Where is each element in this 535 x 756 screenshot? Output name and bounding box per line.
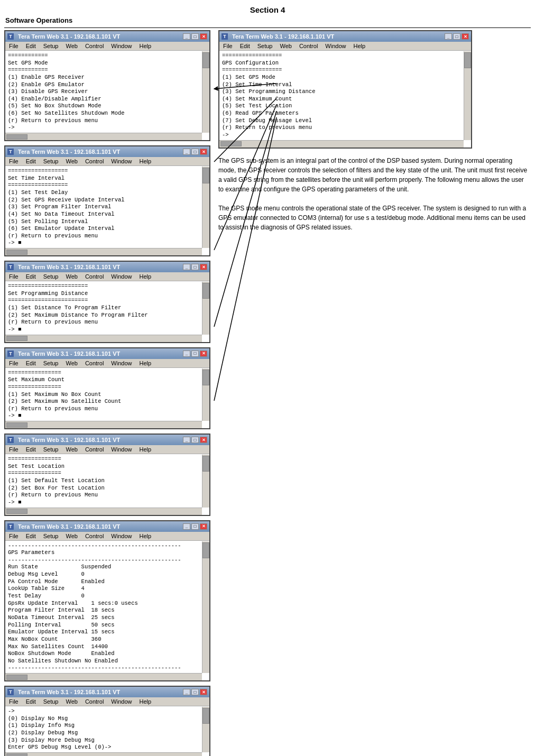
menu-file-5[interactable]: File [7, 446, 20, 453]
scrollbar-h-2[interactable] [5, 248, 202, 255]
close-btn-7[interactable]: ✕ [200, 689, 207, 695]
menu-edit-4[interactable]: Edit [24, 359, 38, 367]
menu-setup-4[interactable]: Setup [42, 359, 60, 367]
menu-control-7[interactable]: Control [84, 698, 105, 705]
maximize-btn-4[interactable]: □ [191, 351, 199, 357]
menu-window-3[interactable]: Window [109, 273, 133, 280]
scrollbar-thumb-4[interactable] [202, 370, 209, 385]
scrollbar-v-2[interactable] [202, 167, 209, 248]
scrollbar-thumb-3[interactable] [202, 283, 209, 299]
hscroll-thumb-3[interactable] [6, 336, 27, 341]
scrollbar-thumb-main[interactable] [464, 52, 471, 68]
menu-help-4[interactable]: Help [137, 359, 153, 367]
close-btn-2[interactable]: ✕ [200, 149, 207, 155]
menu-help-3[interactable]: Help [137, 273, 153, 280]
minimize-btn-6[interactable]: _ [183, 523, 190, 530]
menu-control-1[interactable]: Control [84, 42, 105, 50]
menu-edit-2[interactable]: Edit [24, 158, 38, 165]
minimize-btn-3[interactable]: _ [183, 264, 190, 270]
menu-web-1[interactable]: Web [64, 42, 79, 50]
hscroll-thumb-5[interactable] [6, 509, 27, 514]
menu-file-7[interactable]: File [7, 698, 20, 705]
minimize-btn-7[interactable]: _ [183, 689, 190, 695]
menu-edit-1[interactable]: Edit [24, 42, 38, 50]
menu-window-1[interactable]: Window [109, 42, 133, 50]
scrollbar-v-6[interactable] [202, 541, 209, 674]
minimize-btn-4[interactable]: _ [183, 351, 190, 357]
maximize-btn-main[interactable]: □ [453, 33, 460, 40]
scrollbar-thumb-6[interactable] [202, 542, 209, 558]
maximize-btn-5[interactable]: □ [191, 437, 199, 443]
hscroll-thumb-main[interactable] [220, 141, 242, 146]
scrollbar-h-4[interactable] [5, 421, 202, 428]
menu-window-main[interactable]: Window [324, 42, 347, 50]
close-btn-3[interactable]: ✕ [200, 264, 207, 270]
menu-help-7[interactable]: Help [137, 698, 153, 705]
scrollbar-h-5[interactable] [5, 508, 202, 515]
close-btn-main[interactable]: ✕ [462, 33, 469, 40]
scrollbar-v-5[interactable] [202, 455, 209, 507]
menu-file-3[interactable]: File [7, 273, 20, 280]
minimize-btn-2[interactable]: _ [183, 149, 190, 155]
menu-web-6[interactable]: Web [64, 532, 79, 540]
scrollbar-v-7[interactable] [202, 707, 209, 752]
scrollbar-h-1[interactable] [5, 133, 202, 140]
menu-web-5[interactable]: Web [64, 446, 79, 453]
scrollbar-v-4[interactable] [202, 368, 209, 421]
menu-file-1[interactable]: File [7, 42, 20, 50]
menu-file-main[interactable]: File [222, 42, 234, 50]
hscroll-thumb-6[interactable] [6, 675, 27, 680]
hscroll-thumb-2[interactable] [6, 250, 27, 255]
menu-edit-6[interactable]: Edit [24, 532, 38, 540]
scrollbar-thumb-2[interactable] [202, 168, 209, 183]
maximize-btn-2[interactable]: □ [191, 149, 199, 155]
menu-setup-1[interactable]: Setup [42, 42, 60, 50]
menu-control-3[interactable]: Control [84, 273, 105, 280]
scrollbar-h-main[interactable] [219, 140, 464, 147]
menu-setup-main[interactable]: Setup [256, 42, 274, 50]
menu-setup-3[interactable]: Setup [42, 273, 60, 280]
menu-control-main[interactable]: Control [298, 42, 319, 50]
hscroll-thumb-1[interactable] [6, 134, 27, 140]
menu-file-2[interactable]: File [7, 158, 20, 165]
menu-window-5[interactable]: Window [109, 446, 133, 453]
scrollbar-h-6[interactable] [5, 673, 202, 680]
menu-web-main[interactable]: Web [278, 42, 293, 50]
menu-setup-5[interactable]: Setup [42, 446, 60, 453]
maximize-btn-6[interactable]: □ [191, 523, 199, 530]
menu-edit-main[interactable]: Edit [238, 42, 252, 50]
menu-web-2[interactable]: Web [64, 158, 79, 165]
minimize-btn-main[interactable]: _ [445, 33, 452, 40]
scrollbar-thumb-1[interactable] [202, 52, 209, 68]
menu-help-6[interactable]: Help [137, 532, 153, 540]
menu-window-2[interactable]: Window [109, 158, 133, 165]
menu-window-4[interactable]: Window [109, 359, 133, 367]
minimize-btn-1[interactable]: _ [183, 33, 190, 40]
scrollbar-v-1[interactable] [202, 51, 209, 133]
menu-window-7[interactable]: Window [109, 698, 133, 705]
maximize-btn-3[interactable]: □ [191, 264, 199, 270]
menu-web-7[interactable]: Web [64, 698, 79, 705]
menu-web-4[interactable]: Web [64, 359, 79, 367]
menu-setup-7[interactable]: Setup [42, 698, 60, 705]
scrollbar-v-main[interactable] [464, 51, 471, 140]
scrollbar-h-7[interactable] [5, 752, 202, 756]
menu-control-2[interactable]: Control [84, 158, 105, 165]
close-btn-4[interactable]: ✕ [200, 351, 207, 357]
scrollbar-v-3[interactable] [202, 282, 209, 334]
hscroll-thumb-4[interactable] [6, 422, 27, 428]
menu-web-3[interactable]: Web [64, 273, 79, 280]
menu-edit-5[interactable]: Edit [24, 446, 38, 453]
menu-file-4[interactable]: File [7, 359, 20, 367]
minimize-btn-5[interactable]: _ [183, 437, 190, 443]
menu-file-6[interactable]: File [7, 532, 20, 540]
menu-help-5[interactable]: Help [137, 446, 153, 453]
scrollbar-thumb-7[interactable] [202, 708, 209, 724]
menu-control-6[interactable]: Control [84, 532, 105, 540]
close-btn-6[interactable]: ✕ [200, 523, 207, 530]
hscroll-thumb-7[interactable] [6, 753, 27, 756]
close-btn-5[interactable]: ✕ [200, 437, 207, 443]
menu-help-1[interactable]: Help [137, 42, 153, 50]
maximize-btn-1[interactable]: □ [191, 33, 199, 40]
menu-edit-7[interactable]: Edit [24, 698, 38, 705]
